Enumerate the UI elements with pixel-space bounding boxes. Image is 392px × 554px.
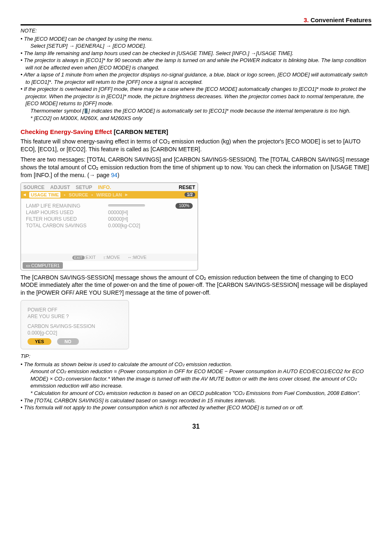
- tab-info: INFO.: [98, 185, 111, 190]
- dialog-line: ARE YOU SURE ?: [28, 314, 122, 319]
- dialog-line: 0.000[g-CO2]: [28, 330, 122, 336]
- menu-subtabs: ◂ USAGE TIME ▪ SOURCE ▪ WIRED LAN ▸ 1/2: [21, 191, 198, 199]
- subtab-wired-lan: WIRED LAN: [96, 192, 122, 197]
- row-value: 0.000[kg-CO2]: [108, 223, 193, 229]
- tip-block: TIP: The formula as shown below is used …: [21, 353, 371, 411]
- paragraph: The [CARBON SAVINGS-SESSION] message sho…: [21, 274, 371, 297]
- chapter-number: 3.: [304, 16, 309, 23]
- tip-item: The [TOTAL CARBON SAVINGS] is calculated…: [21, 397, 371, 404]
- note-item: After a lapse of 1 minute from when the …: [21, 71, 371, 85]
- menu-body: LAMP LIFE REMAINING 100% LAMP HOURS USED…: [21, 199, 198, 254]
- row-label: LAMP LIFE REMAINING: [26, 203, 108, 209]
- pager-badge: 1/2: [184, 192, 195, 197]
- power-off-dialog: POWER OFF ARE YOU SURE ? CARBON SAVINGS-…: [21, 300, 129, 349]
- tip-sub: Amount of CO₂ emission reduction = (Powe…: [25, 368, 371, 390]
- note-item: The projector is always in [ECO1]* for 9…: [21, 57, 371, 71]
- menu-row: LAMP LIFE REMAINING 100%: [26, 203, 193, 209]
- row-value: 00000[H]: [108, 216, 193, 222]
- arrow-left-icon: ◂: [23, 192, 26, 197]
- chapter-header: 3. Convenient Features: [21, 16, 371, 25]
- subsection-heading: Checking Energy-Saving Effect [CARBON ME…: [21, 128, 371, 135]
- exit-pill: EXIT: [72, 256, 85, 260]
- menu-tabs: SOURCE ADJUST SETUP INFO. RESET: [21, 183, 198, 191]
- paragraph: There are two messages: [TOTAL CARBON SA…: [21, 156, 371, 179]
- tip-star: * Calculation for amount of CO₂ emission…: [25, 390, 371, 397]
- note-item: If the projector is overheated in [OFF] …: [21, 85, 371, 122]
- note-block: NOTE: The [ECO MODE] can be changed by u…: [21, 27, 371, 122]
- note-thermo: Thermometer symbol [] indicates the [ECO…: [25, 107, 371, 115]
- chapter-title: Convenient Features: [311, 16, 371, 23]
- menu-row: LAMP HOURS USED 00000[H]: [26, 209, 193, 216]
- subtab-dot: ▪: [91, 192, 93, 197]
- note-title: NOTE:: [21, 27, 371, 35]
- subtab-source: SOURCE: [69, 192, 88, 197]
- note-item: The lamp life remaining and lamp hours u…: [21, 50, 371, 57]
- tip-item: The formula as shown below is used to ca…: [21, 361, 371, 397]
- percent-badge: 100%: [175, 203, 193, 209]
- page-link[interactable]: 94: [111, 172, 118, 178]
- note-item: The [ECO MODE] can be changed by using t…: [21, 35, 371, 50]
- yes-button[interactable]: YES: [28, 338, 51, 345]
- row-label: TOTAL CARBON SAVINGS: [26, 223, 108, 229]
- dialog-buttons: YES NO: [28, 338, 122, 345]
- note-sub: Select [SETUP] → [GENERAL] → [ECO MODE].: [25, 42, 371, 50]
- progress-bar: [108, 204, 145, 207]
- arrow-right-icon: ▸: [125, 192, 128, 197]
- subtab-dot: ▪: [64, 192, 65, 197]
- menu-footer: EXIT:EXIT ↕:MOVE ↔:MOVE: [21, 254, 198, 261]
- dialog-line: POWER OFF: [28, 307, 122, 313]
- tip-item: This formula will not apply to the power…: [21, 404, 371, 411]
- subtab-usage-time: USAGE TIME: [29, 192, 60, 198]
- menu-row: FILTER HOURS USED 00000[H]: [26, 216, 193, 222]
- dialog-line: CARBON SAVINGS-SESSION: [28, 323, 122, 329]
- source-badge: ▭ COMPUTER1: [23, 262, 63, 269]
- row-value: 00000[H]: [108, 210, 193, 215]
- row-label: LAMP HOURS USED: [26, 210, 108, 215]
- tab-adjust: ADJUST: [50, 185, 70, 190]
- footer-move-v: ↕:MOVE: [103, 255, 120, 260]
- tab-setup: SETUP: [76, 185, 92, 190]
- osd-menu-panel: SOURCE ADJUST SETUP INFO. RESET ◂ USAGE …: [21, 182, 198, 270]
- row-label: FILTER HOURS USED: [26, 216, 108, 222]
- tip-title: TIP:: [21, 353, 371, 360]
- page-number: 31: [21, 423, 371, 430]
- divider: [21, 25, 371, 25]
- menu-row: TOTAL CARBON SAVINGS 0.000[kg-CO2]: [26, 222, 193, 229]
- menu-source-row: ▭ COMPUTER1: [21, 261, 198, 270]
- note-eco2: * [ECO2] on M300X, M260X, and M260XS onl…: [25, 115, 371, 122]
- footer-move-h: ↔:MOVE: [127, 255, 146, 260]
- no-button[interactable]: NO: [57, 338, 79, 345]
- thermometer-icon: [85, 108, 88, 113]
- paragraph: This feature will show energy-saving eff…: [21, 138, 371, 153]
- tab-source: SOURCE: [23, 185, 44, 190]
- tab-reset: RESET: [179, 185, 195, 190]
